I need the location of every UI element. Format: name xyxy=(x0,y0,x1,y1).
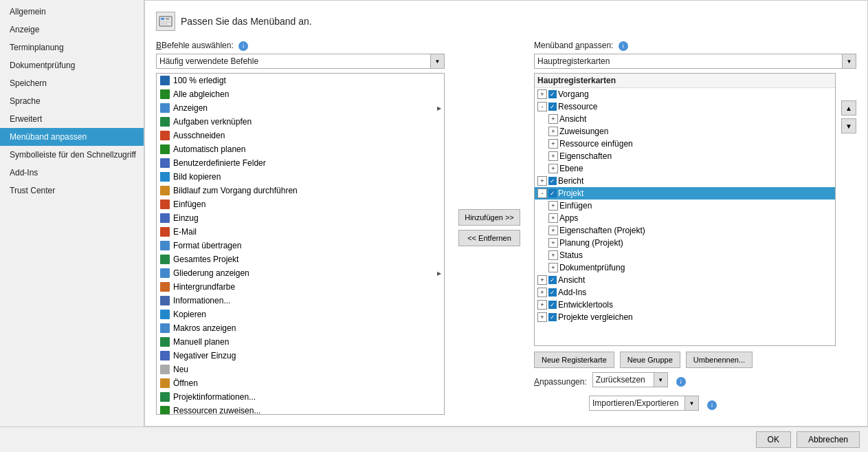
ok-button[interactable]: OK xyxy=(756,431,791,448)
tree-item[interactable]: -✓Projekt xyxy=(535,187,835,200)
move-down-button[interactable]: ▼ xyxy=(841,118,856,133)
tree-expand-icon[interactable]: + xyxy=(548,151,558,161)
tree-checkbox[interactable]: ✓ xyxy=(548,276,557,284)
ribbon-tree[interactable]: Hauptregisterkarten+✓Vorgang-✓Ressource+… xyxy=(534,73,836,346)
list-item[interactable]: Einfügen xyxy=(157,197,444,211)
tree-expand-icon[interactable]: + xyxy=(548,201,558,211)
list-item[interactable]: Automatisch planen xyxy=(157,142,444,156)
sidebar-item-1[interactable]: Anzeige xyxy=(0,21,144,39)
tree-item[interactable]: +Eigenschaften xyxy=(535,150,835,162)
tree-item[interactable]: +Eigenschaften (Projekt) xyxy=(535,224,835,237)
list-item[interactable]: Aufgaben verknüpfen xyxy=(157,115,444,129)
anpassungen-info-icon[interactable]: i xyxy=(676,377,686,387)
tree-expand-icon[interactable]: - xyxy=(537,189,547,198)
list-item[interactable]: Bildlauf zum Vorgang durchführen xyxy=(157,184,444,197)
tree-checkbox[interactable]: ✓ xyxy=(548,301,557,309)
add-button[interactable]: Hinzufügen >> xyxy=(458,209,520,226)
import-export-dropdown-btn[interactable]: ▼ xyxy=(685,396,698,410)
tree-expand-icon[interactable]: + xyxy=(537,300,547,310)
list-item[interactable]: Ausschneiden xyxy=(157,129,444,142)
tree-expand-icon[interactable]: + xyxy=(548,114,558,124)
list-item[interactable]: Makros anzeigen xyxy=(157,321,444,335)
sidebar-item-10[interactable]: Trust Center xyxy=(0,182,144,200)
list-item[interactable]: Alle abgleichen xyxy=(157,87,444,101)
sidebar-item-0[interactable]: Allgemein xyxy=(0,3,144,21)
tree-item[interactable]: +Dokumentprüfung xyxy=(535,261,835,274)
new-group-button[interactable]: Neue Gruppe xyxy=(620,352,680,368)
sidebar-item-5[interactable]: Sprache xyxy=(0,92,144,110)
tree-item[interactable]: +✓Ansicht xyxy=(535,274,835,286)
sidebar-item-8[interactable]: Symbolleiste für den Schnellzugriff xyxy=(0,146,144,164)
list-item[interactable]: 100 % erledigt xyxy=(157,74,444,87)
list-item[interactable]: Format übertragen xyxy=(157,239,444,252)
sidebar-item-2[interactable]: Terminplanung xyxy=(0,39,144,56)
list-item[interactable]: Neu xyxy=(157,363,444,376)
tree-item[interactable]: +Ebene xyxy=(535,162,835,175)
tree-item[interactable]: +✓Vorgang xyxy=(535,88,835,100)
tree-checkbox[interactable]: ✓ xyxy=(548,288,557,297)
list-item[interactable]: Ressourcen zuweisen... xyxy=(157,404,444,415)
tree-expand-icon[interactable]: + xyxy=(548,139,558,149)
sidebar-item-7[interactable]: Menüband anpassen xyxy=(0,128,144,146)
tree-item[interactable]: +Apps xyxy=(535,212,835,224)
tree-item[interactable]: +Einfügen xyxy=(535,200,835,212)
tree-expand-icon[interactable]: + xyxy=(548,238,558,248)
tree-expand-icon[interactable]: + xyxy=(548,263,558,272)
tree-checkbox[interactable]: ✓ xyxy=(548,103,557,111)
tree-expand-icon[interactable]: + xyxy=(537,312,547,322)
list-item[interactable]: E-Mail xyxy=(157,225,444,239)
list-item[interactable]: Negativer Einzug xyxy=(157,349,444,363)
import-export-info-icon[interactable]: i xyxy=(707,400,717,410)
list-item[interactable]: Gesamtes Projekt xyxy=(157,252,444,266)
sidebar-item-3[interactable]: Dokumentprüfung xyxy=(0,56,144,74)
tree-item[interactable]: +Ansicht xyxy=(535,113,835,125)
list-item[interactable]: Kopieren xyxy=(157,308,444,321)
tree-expand-icon[interactable]: + xyxy=(537,176,547,186)
remove-button[interactable]: << Entfernen xyxy=(458,230,520,246)
move-up-button[interactable]: ▲ xyxy=(841,100,856,116)
list-item[interactable]: Öffnen xyxy=(157,376,444,390)
tree-expand-icon[interactable]: + xyxy=(548,226,558,235)
tree-expand-icon[interactable]: + xyxy=(548,250,558,260)
tree-item[interactable]: +✓Bericht xyxy=(535,175,835,187)
tree-item[interactable]: +Status xyxy=(535,249,835,261)
tree-checkbox[interactable]: ✓ xyxy=(548,177,557,185)
commands-info-icon[interactable]: i xyxy=(238,41,248,51)
ribbon-info-icon[interactable]: i xyxy=(619,41,628,51)
tree-item[interactable]: +Zuweisungen xyxy=(535,125,835,138)
list-item[interactable]: Projektinformationen... xyxy=(157,390,444,404)
list-item[interactable]: Einzug xyxy=(157,211,444,225)
list-item[interactable]: Gliederung anzeigen▶ xyxy=(157,266,444,280)
ribbon-dropdown[interactable]: Hauptregisterkarten ▼ xyxy=(534,54,856,69)
tree-item[interactable]: -✓Ressource xyxy=(535,100,835,113)
tree-item[interactable]: +✓Projekte vergleichen xyxy=(535,311,835,323)
list-item[interactable]: Informationen... xyxy=(157,294,444,308)
list-item[interactable]: Benutzerdefinierte Felder xyxy=(157,156,444,170)
tree-checkbox[interactable]: ✓ xyxy=(548,313,557,321)
ribbon-dropdown-btn[interactable]: ▼ xyxy=(842,54,856,68)
new-tab-button[interactable]: Neue Registerkarte xyxy=(534,352,614,368)
tree-expand-icon[interactable]: + xyxy=(548,164,558,173)
tree-expand-icon[interactable]: + xyxy=(548,127,558,136)
list-item[interactable]: Anzeigen▶ xyxy=(157,101,444,115)
tree-item[interactable]: +✓Entwicklertools xyxy=(535,299,835,311)
list-item[interactable]: Bild kopieren xyxy=(157,170,444,184)
import-export-dropdown[interactable]: Importieren/Exportieren ▼ xyxy=(589,396,699,411)
rename-button[interactable]: Umbenennen... xyxy=(686,352,753,368)
commands-dropdown[interactable]: Häufig verwendete Befehle ▼ xyxy=(156,54,445,69)
commands-list[interactable]: 100 % erledigtAlle abgleichenAnzeigen▶Au… xyxy=(156,73,445,415)
sidebar-item-6[interactable]: Erweitert xyxy=(0,110,144,128)
tree-checkbox[interactable]: ✓ xyxy=(548,90,557,98)
cancel-button[interactable]: Abbrechen xyxy=(797,431,860,448)
tree-expand-icon[interactable]: + xyxy=(537,89,547,99)
zuruecksetzen-dropdown[interactable]: Zurücksetzen ▼ xyxy=(592,372,668,387)
list-item[interactable]: Manuell planen xyxy=(157,335,444,349)
commands-dropdown-btn[interactable]: ▼ xyxy=(430,54,444,68)
zuruecksetzen-dropdown-btn[interactable]: ▼ xyxy=(654,373,667,387)
tree-expand-icon[interactable]: - xyxy=(537,102,547,111)
tree-item[interactable]: +Planung (Projekt) xyxy=(535,237,835,249)
tree-expand-icon[interactable]: + xyxy=(548,213,558,223)
tree-expand-icon[interactable]: + xyxy=(537,275,547,285)
sidebar-item-9[interactable]: Add-Ins xyxy=(0,164,144,182)
tree-checkbox[interactable]: ✓ xyxy=(548,189,557,197)
